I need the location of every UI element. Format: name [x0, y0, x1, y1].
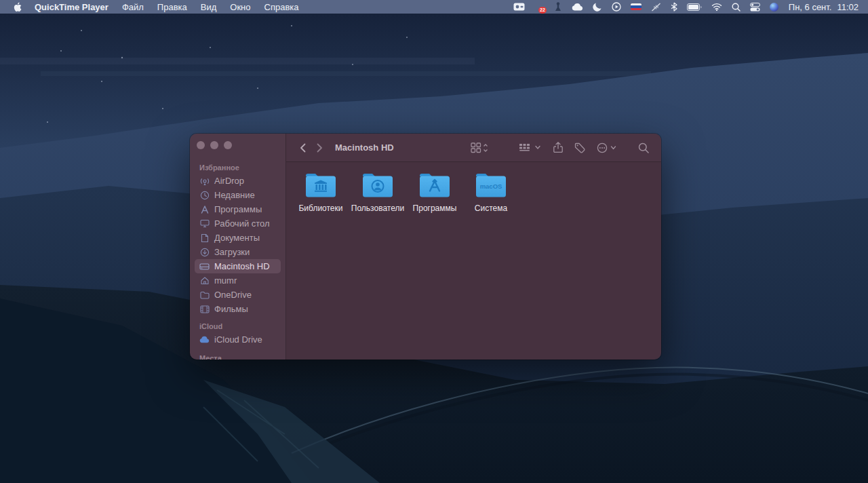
- finder-window: Избранное AirDrop Недавние Программы Раб…: [190, 134, 661, 360]
- system-folder-icon: macOS: [475, 172, 507, 199]
- downloads-icon: [199, 248, 210, 257]
- folder-label: Программы: [413, 204, 457, 213]
- sidebar-item-icloud-drive[interactable]: iCloud Drive: [195, 332, 281, 347]
- cloud-icon[interactable]: [567, 0, 588, 14]
- sidebar-item-documents[interactable]: Документы: [195, 231, 281, 245]
- forward-button[interactable]: [317, 143, 323, 153]
- menu-file[interactable]: Файл: [115, 2, 151, 12]
- video-camera-icon[interactable]: [509, 0, 530, 14]
- wifi-icon[interactable]: [707, 0, 727, 14]
- play-circle-icon[interactable]: [607, 0, 626, 14]
- zoom-button[interactable]: [224, 141, 232, 149]
- active-app-name[interactable]: QuickTime Player: [28, 2, 115, 12]
- icloud-icon: [199, 336, 210, 343]
- menu-window[interactable]: Окно: [223, 2, 257, 12]
- share-button[interactable]: [553, 142, 563, 153]
- finder-toolbar: Macintosh HD: [286, 134, 661, 162]
- sidebar-item-label: Фильмы: [214, 304, 248, 314]
- document-icon: [199, 233, 210, 243]
- clock-icon: [199, 191, 210, 200]
- search-button[interactable]: [638, 142, 649, 153]
- window-controls: [197, 141, 232, 149]
- folder-label: Библиотеки: [298, 204, 342, 213]
- menu-help[interactable]: Справка: [258, 2, 306, 12]
- tag-button[interactable]: [574, 142, 585, 153]
- apple-menu[interactable]: [7, 2, 28, 12]
- control-center-icon[interactable]: [745, 0, 765, 14]
- window-title: Macintosh HD: [335, 142, 394, 153]
- sidebar-item-label: Недавние: [214, 190, 255, 200]
- more-actions-button[interactable]: [597, 142, 617, 153]
- folder-label: Пользователи: [351, 204, 404, 213]
- sidebar-item-desktop[interactable]: Рабочий стол: [195, 216, 281, 231]
- movies-icon: [199, 305, 210, 313]
- sidebar-item-label: iCloud Drive: [214, 334, 262, 345]
- app-badge-icon[interactable]: 22: [530, 0, 549, 14]
- group-by-button[interactable]: [519, 142, 542, 153]
- menu-view[interactable]: Вид: [194, 2, 224, 12]
- sidebar-item-label: OneDrive: [214, 290, 252, 300]
- folder-libraries[interactable]: Библиотеки: [292, 172, 350, 213]
- home-icon: [199, 276, 210, 285]
- sidebar-item-downloads[interactable]: Загрузки: [195, 245, 281, 259]
- siri-icon[interactable]: [765, 0, 783, 14]
- battery-icon[interactable]: [682, 0, 707, 14]
- sidebar-item-movies[interactable]: Фильмы: [195, 302, 281, 316]
- sidebar-item-label: Документы: [214, 233, 260, 243]
- airdrop-icon: [199, 176, 210, 186]
- spotlight-search-icon[interactable]: [727, 0, 745, 14]
- mic-muted-icon[interactable]: [646, 0, 666, 14]
- sidebar-item-macintosh-hd[interactable]: Macintosh HD: [195, 259, 281, 273]
- svg-text:macOS: macOS: [480, 182, 502, 190]
- back-button[interactable]: [300, 143, 306, 153]
- folder-icon: [199, 291, 210, 299]
- desktop-icon: [199, 219, 210, 228]
- folder-system[interactable]: macOS Система: [462, 172, 520, 213]
- menubar-clock[interactable]: 11:02: [837, 2, 859, 12]
- hard-drive-icon: [199, 263, 210, 271]
- sidebar-item-label: Загрузки: [214, 247, 250, 257]
- sidebar-section-locations: Места: [190, 354, 222, 360]
- applications-folder-icon: [418, 172, 451, 199]
- menu-edit[interactable]: Правка: [151, 2, 194, 12]
- view-mode-button[interactable]: [471, 142, 488, 153]
- sidebar-section-icloud: iCloud: [190, 322, 285, 332]
- folder-applications[interactable]: Программы: [406, 172, 464, 213]
- moon-icon[interactable]: [588, 0, 607, 14]
- sidebar-item-label: AirDrop: [214, 176, 244, 186]
- minimize-button[interactable]: [210, 141, 218, 149]
- folder-users[interactable]: Пользователи: [349, 172, 407, 213]
- sidebar-item-label: Macintosh HD: [214, 261, 270, 271]
- finder-sidebar: Избранное AirDrop Недавние Программы Раб…: [190, 134, 286, 360]
- finder-content-area: Библиотеки Пользователи: [286, 162, 661, 360]
- utility-app-icon[interactable]: [549, 0, 567, 14]
- users-folder-icon: [361, 172, 394, 199]
- sidebar-item-recents[interactable]: Недавние: [195, 188, 281, 202]
- bluetooth-icon[interactable]: [666, 0, 682, 14]
- sidebar-item-airdrop[interactable]: AirDrop: [195, 174, 281, 188]
- sidebar-item-label: mumr: [214, 275, 237, 286]
- sidebar-item-home[interactable]: mumr: [195, 273, 281, 288]
- folder-label: Система: [475, 204, 507, 213]
- menu-bar: QuickTime Player Файл Правка Вид Окно Сп…: [0, 0, 868, 14]
- input-language-flag-icon[interactable]: [626, 0, 646, 14]
- menubar-date[interactable]: Пн, 6 сент.: [789, 2, 832, 12]
- library-folder-icon: [304, 172, 337, 199]
- sidebar-item-onedrive[interactable]: OneDrive: [195, 288, 281, 302]
- sidebar-item-label: Программы: [214, 204, 262, 214]
- close-button[interactable]: [197, 141, 205, 149]
- sidebar-section-favorites: Избранное: [190, 163, 285, 174]
- finder-main-pane: Macintosh HD: [286, 134, 661, 360]
- sidebar-item-label: Рабочий стол: [214, 218, 270, 229]
- applications-icon: [199, 205, 210, 214]
- sidebar-item-applications[interactable]: Программы: [195, 202, 281, 216]
- notification-badge: 22: [538, 7, 547, 14]
